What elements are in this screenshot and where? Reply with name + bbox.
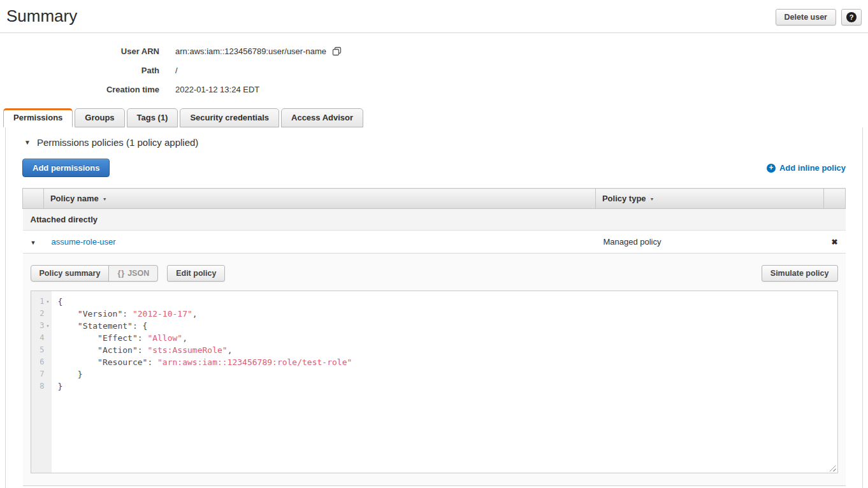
path-value: / xyxy=(175,66,178,75)
policy-detail-row: Policy summary {}JSON Edit policy Simula… xyxy=(23,254,846,486)
detach-policy-button[interactable]: ✖ xyxy=(831,238,837,247)
path-row: Path / xyxy=(0,66,868,75)
gutter-line-number: 6 xyxy=(31,356,52,368)
tab-access-advisor[interactable]: Access Advisor xyxy=(281,108,363,127)
add-inline-policy-label: Add inline policy xyxy=(779,163,846,173)
add-permissions-button[interactable]: Add permissions xyxy=(22,159,110,177)
add-inline-policy-link[interactable]: + Add inline policy xyxy=(767,163,846,173)
tab-tags[interactable]: Tags (1) xyxy=(127,108,178,127)
gutter-line-number: 3▾ xyxy=(31,320,52,332)
code-line: "Action": "sts:AssumeRole", xyxy=(58,344,837,356)
view-switcher: Policy summary {}JSON xyxy=(31,265,159,282)
creation-time-value: 2022-01-12 13:24 EDT xyxy=(175,85,259,94)
permissions-panel: ▼ Permissions policies (1 policy applied… xyxy=(5,127,863,488)
delete-user-button[interactable]: Delete user xyxy=(776,9,836,25)
help-icon: ? xyxy=(846,12,857,22)
page-header: Summary Delete user ? xyxy=(0,0,868,27)
tab-bar: Permissions Groups Tags (1) Security cre… xyxy=(3,108,868,127)
code-line: } xyxy=(58,380,837,392)
fold-arrow-icon[interactable]: ▾ xyxy=(45,296,52,308)
section-title: Permissions policies (1 policy applied) xyxy=(37,137,198,148)
gutter-line-number: 2 xyxy=(31,308,52,320)
code-line: "Resource": "arn:aws:iam::123456789:role… xyxy=(58,356,837,368)
policy-summary-button[interactable]: Policy summary xyxy=(31,265,110,282)
user-info-section: User ARN arn:aws:iam::123456789:user/use… xyxy=(0,47,868,94)
code-line: { xyxy=(58,296,837,308)
gutter-line-number: 7 xyxy=(31,368,52,380)
policy-type-header-label: Policy type xyxy=(602,194,646,203)
expander-column-header xyxy=(23,189,44,209)
collapse-section-icon[interactable]: ▼ xyxy=(24,139,31,146)
sort-icon: ▼ xyxy=(103,197,107,201)
policy-type-cell: Managed policy xyxy=(595,231,823,254)
creation-time-label: Creation time xyxy=(0,85,159,94)
gutter-line-number: 4 xyxy=(31,332,52,344)
creation-time-row: Creation time 2022-01-12 13:24 EDT xyxy=(0,85,868,94)
user-arn-label: User ARN xyxy=(0,47,159,56)
page-title: Summary xyxy=(6,6,862,26)
copy-icon xyxy=(332,47,342,56)
json-view-button[interactable]: {}JSON xyxy=(108,265,158,282)
editor-gutter: 1▾23▾45678 xyxy=(31,291,52,473)
attached-directly-label: Attached directly xyxy=(23,209,846,231)
policy-type-column-header[interactable]: Policy type▼ xyxy=(595,189,823,209)
header-actions: Delete user ? xyxy=(776,9,862,25)
gutter-line-number: 8 xyxy=(31,380,52,392)
attached-policies-table: Policy name▼ Policy type▼ Attached direc… xyxy=(22,188,846,486)
user-arn-value: arn:aws:iam::123456789:user/user-name xyxy=(175,47,326,56)
policy-name-link[interactable]: assume-role-user xyxy=(51,237,115,247)
sort-icon: ▼ xyxy=(650,197,655,201)
braces-icon: {} xyxy=(117,269,125,278)
code-line: "Statement": { xyxy=(58,320,837,332)
policy-json-editor[interactable]: 1▾23▾45678 { "Version": "2012-10-17", "S… xyxy=(31,291,838,473)
actions-column-header xyxy=(823,189,845,209)
tab-permissions[interactable]: Permissions xyxy=(3,108,73,127)
header-divider xyxy=(0,32,868,33)
path-label: Path xyxy=(0,66,159,75)
policy-table-row: ▼ assume-role-user Managed policy ✖ xyxy=(23,231,846,254)
copy-arn-button[interactable] xyxy=(332,47,342,56)
table-header-row: Policy name▼ Policy type▼ xyxy=(23,189,846,209)
tab-security-credentials[interactable]: Security credentials xyxy=(180,108,279,127)
edit-policy-button[interactable]: Edit policy xyxy=(167,265,225,282)
tab-groups[interactable]: Groups xyxy=(75,108,124,127)
help-button[interactable]: ? xyxy=(841,9,862,25)
code-line: "Version": "2012-10-17", xyxy=(58,308,837,320)
code-line: } xyxy=(58,368,837,380)
permissions-policies-heading[interactable]: ▼ Permissions policies (1 policy applied… xyxy=(22,137,846,148)
policy-name-header-label: Policy name xyxy=(50,194,99,203)
json-view-label: JSON xyxy=(127,269,149,278)
collapse-row-icon[interactable]: ▼ xyxy=(31,240,36,246)
simulate-policy-button[interactable]: Simulate policy xyxy=(762,265,838,282)
policy-name-column-header[interactable]: Policy name▼ xyxy=(43,189,595,209)
gutter-line-number: 1▾ xyxy=(31,296,52,308)
plus-circle-icon: + xyxy=(767,164,776,173)
gutter-line-number: 5 xyxy=(31,344,52,356)
policies-toolbar: Add permissions + Add inline policy xyxy=(22,159,846,177)
user-arn-row: User ARN arn:aws:iam::123456789:user/use… xyxy=(0,47,868,56)
policy-view-toolbar: Policy summary {}JSON Edit policy Simula… xyxy=(31,265,838,282)
attached-directly-group-row: Attached directly xyxy=(23,209,846,231)
code-line: "Effect": "Allow", xyxy=(58,332,837,344)
fold-arrow-icon[interactable]: ▾ xyxy=(45,320,52,332)
editor-code-area[interactable]: { "Version": "2012-10-17", "Statement": … xyxy=(52,291,837,473)
